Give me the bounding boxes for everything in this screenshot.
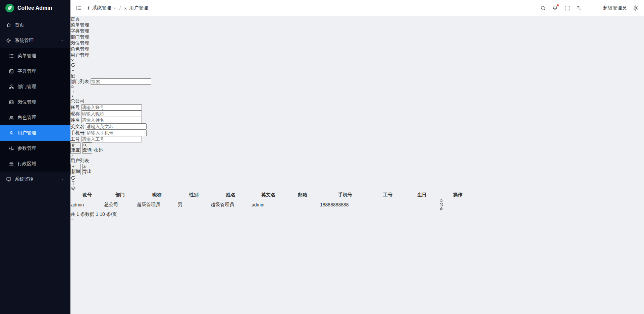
sidebar-item-admin-region[interactable]: 行政区域 xyxy=(0,156,70,172)
tab-label: 岗位管理 xyxy=(70,40,89,46)
table-row[interactable]: admin 总公司 超级管理员 男 超级管理员 admin 1888888888… xyxy=(71,199,476,211)
sliders-icon xyxy=(9,146,14,151)
tab-position-management[interactable]: 岗位管理 xyxy=(70,40,644,46)
dictionary-icon xyxy=(9,69,14,74)
edit-user-icon[interactable] xyxy=(439,203,476,207)
sidebar-item-label: 行政区域 xyxy=(17,161,36,167)
department-panel-header: 部门列表 xyxy=(70,78,644,94)
view-user-icon[interactable] xyxy=(439,199,476,203)
sidebar-item-position-management[interactable]: 岗位管理 xyxy=(0,95,70,110)
field-label: 账号 xyxy=(70,105,80,110)
add-button-label: 新增 xyxy=(71,169,80,174)
tab-user-management[interactable]: 用户管理 xyxy=(70,52,644,62)
department-panel-title: 部门列表 xyxy=(70,79,89,84)
delete-user-icon[interactable] xyxy=(439,207,476,211)
sidebar-item-home[interactable]: 首页 xyxy=(0,17,70,33)
chevron-down-icon xyxy=(60,177,64,181)
more-options-icon[interactable] xyxy=(70,89,644,94)
sidebar-item-label: 角色管理 xyxy=(17,115,36,121)
user-table: 账号 部门 昵称 性别 姓名 英文名 邮箱 手机号 工号 生日 操作 xyxy=(70,191,477,211)
refresh-tabs-icon[interactable] xyxy=(70,62,644,68)
notifications-bell-icon[interactable] xyxy=(552,5,558,11)
field-label: 手机号 xyxy=(70,130,85,135)
user-icon xyxy=(123,6,127,10)
tab-actions-chevron-down-icon[interactable] xyxy=(70,68,644,73)
column-header-account: 账号 xyxy=(71,192,103,198)
department-tree: 总公司 xyxy=(70,94,644,104)
name-input[interactable] xyxy=(81,117,142,123)
form-item-english-name: 英文名 xyxy=(70,123,644,130)
tab-department-management[interactable]: 部门管理 xyxy=(70,34,644,40)
query-button[interactable]: 查询 xyxy=(82,142,93,154)
row-density-icon[interactable] xyxy=(70,181,644,186)
breadcrumb-item-system[interactable]: 系统管理 xyxy=(87,5,117,11)
translate-icon[interactable]: 文A xyxy=(576,5,582,11)
collapse-link-label: 收起 xyxy=(94,147,103,152)
sidebar-item-label: 首页 xyxy=(15,22,24,28)
roles-icon xyxy=(9,115,14,120)
user-search-form: 账号 昵称 姓名 英文名 xyxy=(70,104,644,158)
sidebar-item-dictionary-management[interactable]: 字典管理 xyxy=(0,64,70,79)
nickname-input[interactable] xyxy=(81,111,142,117)
settings-gear-icon[interactable] xyxy=(633,5,639,11)
search-icon xyxy=(83,143,92,147)
avatar[interactable] xyxy=(588,4,597,12)
account-input[interactable] xyxy=(81,104,142,111)
cell-english-name: admin xyxy=(252,199,285,211)
export-button-label: 导出 xyxy=(83,169,92,174)
add-user-button[interactable]: 新增 xyxy=(70,164,81,175)
phone-input[interactable] xyxy=(86,130,147,136)
tab-layout-icon[interactable] xyxy=(70,73,644,78)
sidebar-item-parameter-management[interactable]: 参数管理 xyxy=(0,141,70,156)
sidebar-item-menu-management[interactable]: 菜单管理 xyxy=(0,48,70,64)
org-tree-icon xyxy=(9,84,14,89)
collapse-sidebar-icon[interactable] xyxy=(76,5,82,11)
refresh-table-icon[interactable] xyxy=(70,175,644,181)
department-search-button[interactable] xyxy=(70,85,644,89)
sidebar-item-label: 部门管理 xyxy=(17,84,36,90)
right-column: 账号 昵称 姓名 英文名 xyxy=(70,104,644,222)
collapse-form-link[interactable]: 收起 xyxy=(70,147,644,158)
column-header-actions: 操作 xyxy=(439,192,476,198)
page-size-select[interactable]: 10 条/页 xyxy=(70,211,644,222)
sidebar-item-system-monitor[interactable]: 系统监控 xyxy=(0,172,70,187)
tab-home[interactable]: 首页 xyxy=(70,16,644,22)
breadcrumb: 系统管理 / 用户管理 xyxy=(87,5,148,11)
tab-role-management[interactable]: 角色管理 xyxy=(70,46,644,52)
reset-button[interactable]: 重置 xyxy=(70,142,81,154)
sidebar-item-label: 菜单管理 xyxy=(17,53,36,59)
bank-icon xyxy=(9,161,14,167)
tree-expand-caret-icon[interactable] xyxy=(70,94,644,98)
table-toolbar-actions: 新增 导出 xyxy=(70,164,644,191)
id-badge-icon xyxy=(9,100,14,105)
tab-menu-management[interactable]: 菜单管理 xyxy=(70,22,644,28)
sidebar-item-user-management[interactable]: 用户管理 xyxy=(0,125,70,141)
column-settings-gear-icon[interactable] xyxy=(70,186,644,191)
cell-gender: 男 xyxy=(178,199,210,211)
page-button-1[interactable]: 1 xyxy=(96,211,98,217)
app-title: Coffee Admin xyxy=(17,5,52,11)
employee-id-input[interactable] xyxy=(81,136,142,142)
breadcrumb-item-user[interactable]: 用户管理 xyxy=(123,5,148,11)
tree-node-head-office[interactable]: 总公司 xyxy=(70,94,644,104)
fullscreen-icon[interactable] xyxy=(564,5,570,11)
english-name-input[interactable] xyxy=(86,123,147,130)
tab-dictionary-management[interactable]: 字典管理 xyxy=(70,28,644,34)
form-item-account: 账号 xyxy=(70,104,644,111)
menu-list-icon xyxy=(9,53,14,59)
header-actions: 文A 超级管理员 xyxy=(540,4,639,12)
sidebar-item-system-management[interactable]: 系统管理 xyxy=(0,33,70,48)
sidebar-item-department-management[interactable]: 部门管理 xyxy=(0,79,70,95)
app-logo[interactable]: Coffee Admin xyxy=(0,0,70,16)
export-button[interactable]: 导出 xyxy=(82,164,93,175)
department-search-input[interactable] xyxy=(91,78,151,85)
plus-icon xyxy=(71,165,80,169)
sidebar-item-role-management[interactable]: 角色管理 xyxy=(0,110,70,125)
search-icon[interactable] xyxy=(540,5,546,11)
sidebar-item-label: 系统监控 xyxy=(15,176,34,182)
close-tab-icon[interactable] xyxy=(70,58,644,62)
department-search xyxy=(70,79,644,89)
form-item-nickname: 昵称 xyxy=(70,111,644,117)
breadcrumb-label: 用户管理 xyxy=(129,5,148,11)
current-username[interactable]: 超级管理员 xyxy=(603,5,627,11)
